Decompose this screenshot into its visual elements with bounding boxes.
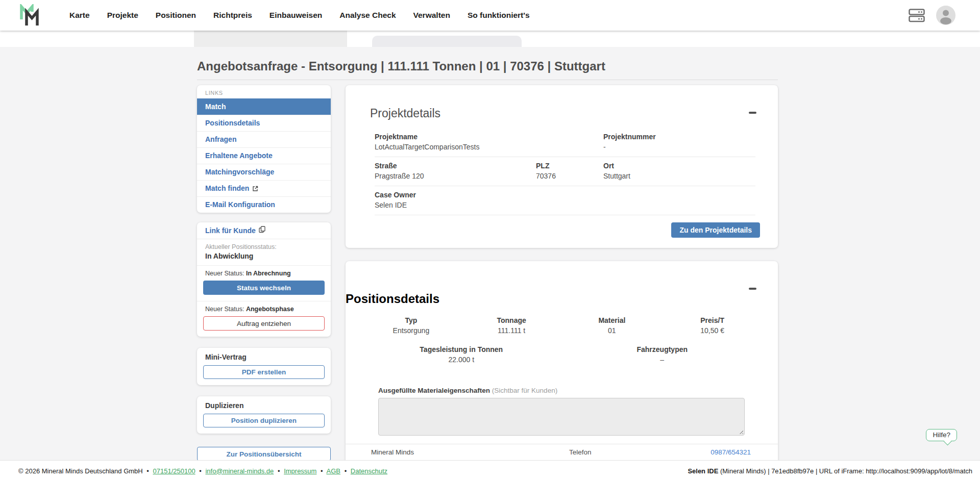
next-status-offer-section: Neuer Status: Angebotsphase Auftrag entz…: [197, 301, 331, 337]
telefon-link[interactable]: 0987/654321: [710, 447, 751, 458]
plz-label: PLZ: [536, 162, 603, 170]
external-link-icon: [252, 186, 258, 192]
mineral-minds-logo-icon[interactable]: [19, 4, 40, 29]
collapse-icon[interactable]: [749, 288, 756, 290]
sidebar-item-match-finden[interactable]: Match finden: [197, 180, 331, 196]
change-status-button[interactable]: Status wechseln: [203, 281, 325, 295]
sidebar-item-label: Positionsdetails: [205, 115, 260, 131]
nav-item-analyse-check[interactable]: Analyse Check: [339, 11, 396, 20]
material-label: Material: [562, 316, 663, 325]
telefon-row: Telefon 0987/654321: [569, 447, 751, 458]
footer-separator: •: [278, 467, 280, 475]
main-content: Projektdetails Projektname LotActualTarg…: [346, 85, 778, 460]
user-avatar[interactable]: [936, 6, 955, 25]
tagesleistung-label: Tagesleistung in Tonnen: [361, 345, 562, 354]
footer: © 2026 Mineral Minds Deutschland GmbH • …: [0, 460, 980, 481]
sidebar-item-label: Match finden: [205, 181, 249, 196]
footer-separator: •: [146, 467, 149, 475]
withdraw-order-button[interactable]: Auftrag entziehen: [203, 316, 325, 331]
next-status-prefix: Neuer Status:: [205, 270, 244, 277]
footer-agb-link[interactable]: AGB: [327, 467, 340, 475]
status-card: Link für Kunde Aktueller Positionsstatus…: [197, 222, 331, 337]
customer-link[interactable]: Link für Kunde: [197, 222, 331, 239]
nav-item-so-funktionierts[interactable]: So funktioniert's: [468, 11, 530, 20]
scrolled-ghost-block-rounded: [372, 36, 522, 47]
current-status-value: In Abwicklung: [205, 252, 323, 260]
project-details-title: Projektdetails: [370, 106, 778, 121]
sidebar-item-label: Matchingvorschläge: [205, 164, 274, 180]
field-row: Case Owner Selen IDE: [375, 186, 755, 215]
projektnummer-value: -: [603, 143, 755, 151]
project-details-fields: Projektname LotActualTargetComparisonTes…: [375, 128, 755, 215]
nav-item-karte[interactable]: Karte: [69, 11, 90, 20]
nav-item-verwalten[interactable]: Verwalten: [413, 11, 450, 20]
current-status-label: Aktueller Positionsstatus:: [205, 243, 323, 250]
scrolled-ghost-block: [194, 31, 347, 47]
current-status-block: Aktueller Positionsstatus: In Abwicklung: [197, 239, 331, 265]
nav-item-positionen[interactable]: Positionen: [156, 11, 196, 20]
position-details-title: Positionsdetails: [346, 292, 778, 306]
sidebar-item-positionsdetails[interactable]: Positionsdetails: [197, 115, 331, 131]
duplicate-position-button[interactable]: Position duplizieren: [203, 414, 325, 427]
typ-value: Entsorgung: [361, 326, 461, 335]
next-status-billing-line: Neuer Status: In Abrechnung: [203, 270, 325, 281]
mini-contract-card: Mini-Vertrag PDF erstellen: [197, 348, 331, 385]
page-title: Angebotsanfrage - Entsorgung | 111.111 T…: [197, 59, 980, 73]
top-navbar: Karte Projekte Positionen Richtpreis Ein…: [0, 0, 980, 31]
next-status-prefix: Neuer Status:: [205, 306, 244, 313]
strasse-value: Pragstraße 120: [375, 172, 536, 181]
sidebar-item-email-konfiguration[interactable]: E-Mail Konfiguration: [197, 196, 331, 213]
projektnummer-label: Projektnummer: [603, 133, 755, 141]
next-status-offer-line: Neuer Status: Angebotsphase: [203, 306, 325, 316]
sidebar-item-match[interactable]: Match: [197, 98, 331, 115]
preis-value: 10,50 €: [662, 326, 763, 335]
help-button[interactable]: Hilfe?: [926, 429, 957, 441]
position-summary-row: Typ Entsorgung Tonnage 111.111 t Materia…: [361, 316, 763, 335]
footer-email-link[interactable]: info@mineral-minds.de: [205, 467, 274, 475]
ort-value: Stuttgart: [603, 172, 755, 181]
tagesleistung-value: 22.000 t: [361, 356, 562, 364]
field-row: Projektname LotActualTargetComparisonTes…: [375, 128, 755, 157]
tonnage-label: Tonnage: [461, 316, 562, 325]
footer-phone-link[interactable]: 07151/250100: [153, 467, 195, 475]
collapse-icon[interactable]: [749, 112, 756, 114]
sidebar-item-label: E-Mail Konfiguration: [205, 197, 275, 213]
position-secondary-row: Tagesleistung in Tonnen 22.000 t Fahrzeu…: [361, 345, 763, 364]
go-to-project-details-button[interactable]: Zu den Projektdetails: [671, 222, 760, 238]
links-card: LINKS Match Positionsdetails Anfragen Er…: [197, 85, 331, 213]
footer-separator: •: [321, 467, 323, 475]
sidebar: LINKS Match Positionsdetails Anfragen Er…: [197, 85, 331, 460]
sidebar-item-matchingvorschlaege[interactable]: Matchingvorschläge: [197, 164, 331, 180]
material-properties-section: Ausgefüllte Materialeigenschaften (Sicht…: [378, 387, 745, 436]
nav-item-richtpreis[interactable]: Richtpreis: [213, 11, 252, 20]
material-properties-label: Ausgefüllte Materialeigenschaften (Sicht…: [378, 387, 745, 394]
duplicate-card: Duplizieren Position duplizieren: [197, 396, 331, 434]
contact-section: Mineral Minds Pragstraße 70376 Stuttgart…: [346, 444, 778, 460]
footer-separator: •: [345, 467, 347, 475]
sidebar-item-anfragen[interactable]: Anfragen: [197, 131, 331, 147]
nav-item-projekte[interactable]: Projekte: [107, 11, 138, 20]
footer-datenschutz-link[interactable]: Datenschutz: [351, 467, 387, 475]
position-overview-button[interactable]: Zur Positionsübersicht: [197, 447, 331, 460]
position-details-card: Positionsdetails Typ Entsorgung Tonnage …: [346, 261, 778, 460]
footer-left: © 2026 Mineral Minds Deutschland GmbH • …: [18, 467, 387, 475]
duplicate-title: Duplizieren: [203, 401, 325, 414]
material-value: 01: [562, 326, 663, 335]
footer-session-text: (Mineral Minds) | 7e1edb8fb97e | URL of …: [718, 467, 972, 475]
main-menu: Karte Projekte Positionen Richtpreis Ein…: [69, 0, 530, 31]
mini-contract-title: Mini-Vertrag: [203, 353, 325, 365]
material-properties-textarea[interactable]: [378, 398, 745, 436]
content-viewport: Angebotsanfrage - Entsorgung | 111.111 T…: [0, 31, 980, 460]
create-pdf-button[interactable]: PDF erstellen: [203, 365, 325, 379]
footer-impressum-link[interactable]: Impressum: [284, 467, 316, 475]
fahrzeugtypen-value: –: [562, 356, 763, 364]
sidebar-item-erhaltene-angebote[interactable]: Erhaltene Angebote: [197, 147, 331, 164]
footer-user: Selen IDE: [688, 467, 718, 475]
server-rack-icon[interactable]: [909, 9, 925, 24]
nav-item-einbauweisen[interactable]: Einbauweisen: [270, 11, 322, 20]
sidebar-item-label: Match: [205, 99, 226, 115]
field-row: Straße Pragstraße 120 PLZ 70376 Ort Stut…: [375, 157, 755, 186]
preis-label: Preis/T: [662, 316, 763, 325]
copy-icon: [259, 226, 265, 235]
material-properties-label-text: Ausgefüllte Materialeigenschaften: [378, 387, 490, 394]
